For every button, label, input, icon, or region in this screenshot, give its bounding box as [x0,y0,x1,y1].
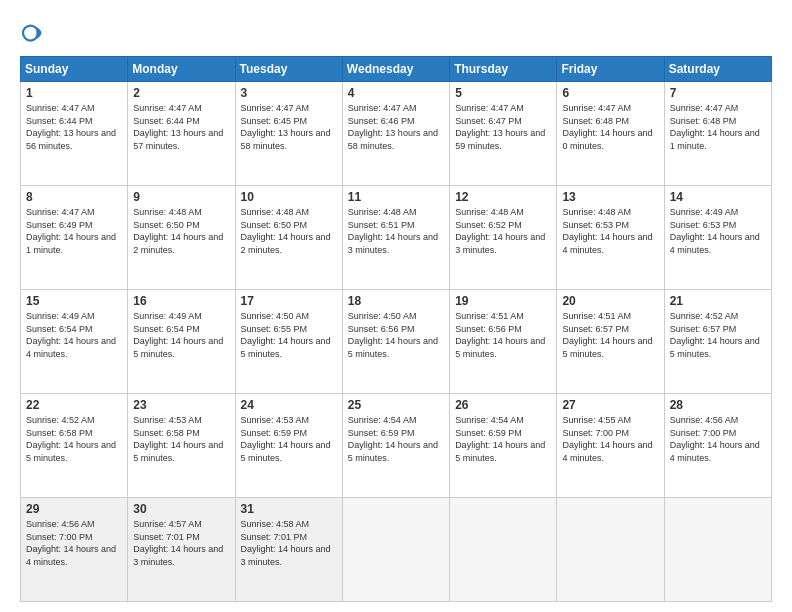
calendar-week-1: 1 Sunrise: 4:47 AM Sunset: 6:44 PM Dayli… [21,82,772,186]
calendar-cell: 13 Sunrise: 4:48 AM Sunset: 6:53 PM Dayl… [557,186,664,290]
sunrise-label: Sunrise: 4:57 AM [133,519,202,529]
calendar-cell: 24 Sunrise: 4:53 AM Sunset: 6:59 PM Dayl… [235,394,342,498]
day-info: Sunrise: 4:55 AM Sunset: 7:00 PM Dayligh… [562,414,658,464]
sunrise-label: Sunrise: 4:53 AM [241,415,310,425]
day-number: 22 [26,398,122,412]
sunset-label: Sunset: 6:55 PM [241,324,308,334]
day-info: Sunrise: 4:57 AM Sunset: 7:01 PM Dayligh… [133,518,229,568]
sunset-label: Sunset: 6:56 PM [348,324,415,334]
calendar-header-monday: Monday [128,57,235,82]
day-number: 25 [348,398,444,412]
daylight-label: Daylight: 14 hours and 4 minutes. [670,232,760,255]
sunset-label: Sunset: 6:47 PM [455,116,522,126]
day-number: 18 [348,294,444,308]
daylight-label: Daylight: 13 hours and 58 minutes. [241,128,331,151]
daylight-label: Daylight: 14 hours and 5 minutes. [241,440,331,463]
sunset-label: Sunset: 6:50 PM [133,220,200,230]
day-number: 30 [133,502,229,516]
calendar-cell: 11 Sunrise: 4:48 AM Sunset: 6:51 PM Dayl… [342,186,449,290]
sunset-label: Sunset: 6:49 PM [26,220,93,230]
sunrise-label: Sunrise: 4:55 AM [562,415,631,425]
sunset-label: Sunset: 6:44 PM [133,116,200,126]
daylight-label: Daylight: 14 hours and 5 minutes. [455,440,545,463]
day-info: Sunrise: 4:48 AM Sunset: 6:50 PM Dayligh… [133,206,229,256]
sunrise-label: Sunrise: 4:51 AM [455,311,524,321]
day-info: Sunrise: 4:47 AM Sunset: 6:44 PM Dayligh… [133,102,229,152]
daylight-label: Daylight: 14 hours and 5 minutes. [241,336,331,359]
sunset-label: Sunset: 6:50 PM [241,220,308,230]
daylight-label: Daylight: 13 hours and 57 minutes. [133,128,223,151]
daylight-label: Daylight: 14 hours and 3 minutes. [133,544,223,567]
sunrise-label: Sunrise: 4:56 AM [26,519,95,529]
day-number: 3 [241,86,337,100]
calendar-cell: 29 Sunrise: 4:56 AM Sunset: 7:00 PM Dayl… [21,498,128,602]
calendar-header-tuesday: Tuesday [235,57,342,82]
day-info: Sunrise: 4:47 AM Sunset: 6:48 PM Dayligh… [562,102,658,152]
header [20,18,772,48]
calendar-cell: 21 Sunrise: 4:52 AM Sunset: 6:57 PM Dayl… [664,290,771,394]
calendar-cell: 7 Sunrise: 4:47 AM Sunset: 6:48 PM Dayli… [664,82,771,186]
sunrise-label: Sunrise: 4:47 AM [26,103,95,113]
calendar-cell: 17 Sunrise: 4:50 AM Sunset: 6:55 PM Dayl… [235,290,342,394]
day-info: Sunrise: 4:47 AM Sunset: 6:44 PM Dayligh… [26,102,122,152]
calendar-cell: 16 Sunrise: 4:49 AM Sunset: 6:54 PM Dayl… [128,290,235,394]
sunset-label: Sunset: 6:45 PM [241,116,308,126]
daylight-label: Daylight: 14 hours and 3 minutes. [455,232,545,255]
daylight-label: Daylight: 13 hours and 56 minutes. [26,128,116,151]
page: SundayMondayTuesdayWednesdayThursdayFrid… [0,0,792,612]
sunset-label: Sunset: 6:57 PM [562,324,629,334]
day-info: Sunrise: 4:52 AM Sunset: 6:58 PM Dayligh… [26,414,122,464]
day-number: 23 [133,398,229,412]
day-info: Sunrise: 4:54 AM Sunset: 6:59 PM Dayligh… [455,414,551,464]
daylight-label: Daylight: 14 hours and 1 minute. [670,128,760,151]
sunrise-label: Sunrise: 4:58 AM [241,519,310,529]
day-number: 8 [26,190,122,204]
day-number: 21 [670,294,766,308]
sunrise-label: Sunrise: 4:49 AM [670,207,739,217]
day-number: 5 [455,86,551,100]
day-number: 11 [348,190,444,204]
day-info: Sunrise: 4:52 AM Sunset: 6:57 PM Dayligh… [670,310,766,360]
calendar-cell [342,498,449,602]
daylight-label: Daylight: 14 hours and 4 minutes. [670,440,760,463]
daylight-label: Daylight: 14 hours and 3 minutes. [348,232,438,255]
calendar-table: SundayMondayTuesdayWednesdayThursdayFrid… [20,56,772,602]
calendar-cell: 15 Sunrise: 4:49 AM Sunset: 6:54 PM Dayl… [21,290,128,394]
sunrise-label: Sunrise: 4:48 AM [562,207,631,217]
sunset-label: Sunset: 7:00 PM [670,428,737,438]
calendar-header-friday: Friday [557,57,664,82]
sunrise-label: Sunrise: 4:47 AM [455,103,524,113]
sunset-label: Sunset: 6:54 PM [26,324,93,334]
day-info: Sunrise: 4:51 AM Sunset: 6:57 PM Dayligh… [562,310,658,360]
daylight-label: Daylight: 14 hours and 5 minutes. [562,336,652,359]
day-info: Sunrise: 4:47 AM Sunset: 6:48 PM Dayligh… [670,102,766,152]
day-number: 10 [241,190,337,204]
calendar-header-sunday: Sunday [21,57,128,82]
day-info: Sunrise: 4:47 AM Sunset: 6:47 PM Dayligh… [455,102,551,152]
sunrise-label: Sunrise: 4:50 AM [241,311,310,321]
sunset-label: Sunset: 6:58 PM [133,428,200,438]
day-number: 16 [133,294,229,308]
sunrise-label: Sunrise: 4:54 AM [348,415,417,425]
daylight-label: Daylight: 14 hours and 5 minutes. [348,440,438,463]
sunrise-label: Sunrise: 4:50 AM [348,311,417,321]
calendar-cell: 22 Sunrise: 4:52 AM Sunset: 6:58 PM Dayl… [21,394,128,498]
sunset-label: Sunset: 6:53 PM [670,220,737,230]
calendar-week-4: 22 Sunrise: 4:52 AM Sunset: 6:58 PM Dayl… [21,394,772,498]
calendar-cell: 25 Sunrise: 4:54 AM Sunset: 6:59 PM Dayl… [342,394,449,498]
calendar-cell: 8 Sunrise: 4:47 AM Sunset: 6:49 PM Dayli… [21,186,128,290]
sunset-label: Sunset: 6:59 PM [241,428,308,438]
sunset-label: Sunset: 7:01 PM [241,532,308,542]
sunrise-label: Sunrise: 4:47 AM [670,103,739,113]
day-info: Sunrise: 4:48 AM Sunset: 6:51 PM Dayligh… [348,206,444,256]
calendar-cell: 12 Sunrise: 4:48 AM Sunset: 6:52 PM Dayl… [450,186,557,290]
day-info: Sunrise: 4:47 AM Sunset: 6:45 PM Dayligh… [241,102,337,152]
sunset-label: Sunset: 7:01 PM [133,532,200,542]
day-number: 17 [241,294,337,308]
sunset-label: Sunset: 6:59 PM [348,428,415,438]
daylight-label: Daylight: 14 hours and 5 minutes. [455,336,545,359]
daylight-label: Daylight: 14 hours and 5 minutes. [133,336,223,359]
sunset-label: Sunset: 6:44 PM [26,116,93,126]
day-number: 9 [133,190,229,204]
day-info: Sunrise: 4:54 AM Sunset: 6:59 PM Dayligh… [348,414,444,464]
